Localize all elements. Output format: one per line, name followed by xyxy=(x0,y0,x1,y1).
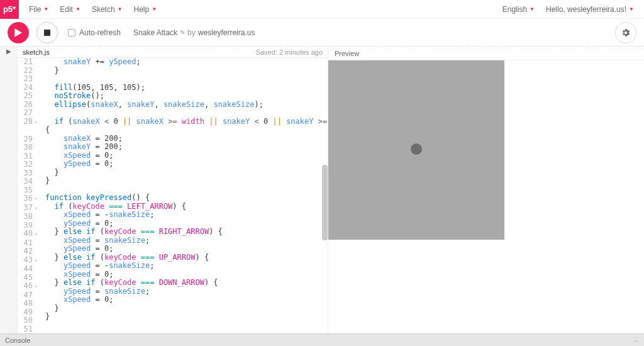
chevron-down-icon: ▼ xyxy=(118,6,123,12)
stop-icon xyxy=(44,30,50,36)
gear-icon xyxy=(621,28,631,38)
tab-sketch-js[interactable]: sketch.js xyxy=(23,48,50,56)
menu-sketch[interactable]: Sketch▼ xyxy=(92,5,123,14)
chevron-down-icon: ▼ xyxy=(152,6,157,12)
language-selector[interactable]: English▼ xyxy=(502,5,535,14)
chevron-down-icon: ▼ xyxy=(629,6,634,12)
snake-ellipse xyxy=(411,143,422,155)
console-bar[interactable]: Console ︿ xyxy=(0,333,644,346)
auto-refresh-label: Auto-refresh xyxy=(79,28,121,37)
top-nav: p5* File▼ Edit▼ Sketch▼ Help▼ English▼ H… xyxy=(0,0,644,19)
toolbar: Auto-refresh Snake Attack ✎ by wesleyfer… xyxy=(0,19,644,47)
chevron-right-icon: ▶ xyxy=(6,48,11,55)
saved-status: Saved: 2 minutes ago xyxy=(256,48,323,56)
code-editor[interactable]: 2122232425262728▾2930313233343536▾37▾383… xyxy=(18,58,328,333)
editor-tabs: sketch.js Saved: 2 minutes ago xyxy=(18,47,328,58)
settings-button[interactable] xyxy=(615,22,636,43)
checkbox-icon[interactable] xyxy=(68,29,75,36)
auto-refresh-toggle[interactable]: Auto-refresh xyxy=(68,28,121,37)
chevron-up-icon: ︿ xyxy=(633,336,639,345)
preview-canvas[interactable] xyxy=(328,60,504,240)
preview-header: Preview xyxy=(328,47,644,60)
user-menu[interactable]: Hello, wesleyferreira.us!▼ xyxy=(546,5,634,14)
menu-edit[interactable]: Edit▼ xyxy=(60,5,80,14)
console-label: Console xyxy=(5,337,30,344)
logo[interactable]: p5* xyxy=(0,0,19,19)
svg-marker-0 xyxy=(14,28,22,37)
play-button[interactable] xyxy=(8,22,29,43)
by-label: by xyxy=(187,28,196,37)
chevron-down-icon: ▼ xyxy=(530,6,535,12)
author-link[interactable]: wesleyferreira.us xyxy=(198,28,255,37)
menu-file[interactable]: File▼ xyxy=(29,5,48,14)
scrollbar[interactable] xyxy=(322,58,328,333)
menu-help[interactable]: Help▼ xyxy=(133,5,157,14)
stop-button[interactable] xyxy=(36,22,58,43)
chevron-down-icon: ▼ xyxy=(75,6,80,12)
pencil-icon[interactable]: ✎ xyxy=(180,29,185,36)
sketch-name[interactable]: Snake Attack xyxy=(133,28,177,37)
sidebar-toggle[interactable]: ▶ xyxy=(0,47,18,333)
play-icon xyxy=(14,28,22,37)
chevron-down-icon: ▼ xyxy=(43,6,48,12)
